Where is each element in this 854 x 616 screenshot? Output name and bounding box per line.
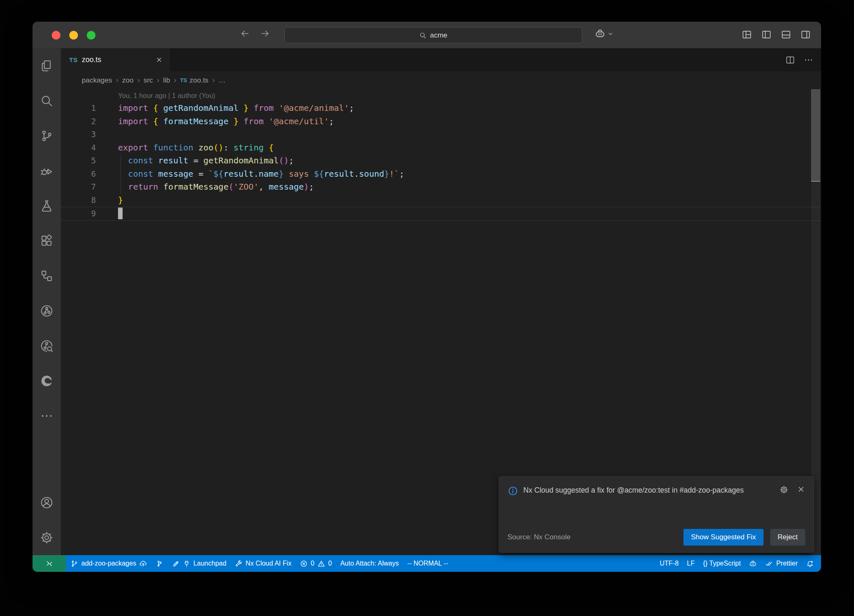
activity-item-run-and-debug[interactable]: [33, 153, 61, 188]
code-line-1[interactable]: 1import { getRandomAnimal } from '@acme/…: [61, 102, 821, 115]
graph-icon: [156, 560, 163, 568]
nx-graph-icon: [40, 304, 54, 318]
code-line-5[interactable]: 5 const result = getRandomAnimal();: [61, 154, 821, 168]
status-formatter-prettier[interactable]: Prettier: [761, 555, 801, 572]
status-remote-indicator[interactable]: [33, 555, 66, 572]
notification-source: Source: Nx Console: [507, 533, 570, 541]
minimize-window-button[interactable]: [69, 31, 78, 40]
toggle-panel-bottom-icon[interactable]: [781, 29, 791, 40]
activity-item-graph-search[interactable]: [33, 328, 61, 363]
code-line-6[interactable]: 6 const message = `${result.name} says $…: [61, 168, 821, 181]
breadcrumb-item-zoots[interactable]: TSzoo.ts: [180, 76, 208, 85]
beaker-icon: [40, 199, 54, 213]
activity-item-testing[interactable]: [33, 188, 61, 223]
status-notifications-bell[interactable]: [802, 555, 818, 572]
scrollbar-thumb[interactable]: [811, 89, 820, 182]
rocket-icon: [172, 560, 180, 568]
close-window-button[interactable]: [52, 31, 60, 40]
notification-buttons: Show Suggested Fix Reject: [683, 529, 805, 546]
breadcrumb-item-zoo[interactable]: zoo: [122, 76, 133, 85]
status-source-control-graph[interactable]: [152, 555, 167, 572]
forward-arrow-icon[interactable]: [260, 29, 270, 38]
vscode-window: acme TS zoo.ts: [33, 22, 821, 572]
back-arrow-icon[interactable]: [240, 29, 250, 38]
bell-dot-icon: [806, 560, 814, 568]
activity-item-additional-views[interactable]: [33, 398, 61, 433]
editor-actions: [785, 48, 821, 71]
indent-guide: [121, 154, 121, 194]
more-icon[interactable]: [804, 55, 814, 65]
source-control-icon: [40, 129, 54, 143]
code-line-4[interactable]: 4export function zoo(): string {: [61, 141, 821, 155]
tab-bar: TS zoo.ts: [61, 48, 821, 71]
activity-item-edge-tools[interactable]: [33, 363, 61, 398]
typescript-file-icon: TS: [69, 56, 78, 63]
copilot-menu-button[interactable]: [595, 28, 613, 39]
status-eol[interactable]: LF: [683, 555, 698, 572]
typescript-file-icon: TS: [180, 77, 187, 83]
code-line-2[interactable]: 2import { formatMessage } from '@acme/ut…: [61, 115, 821, 128]
breadcrumb-separator: ›: [116, 76, 118, 85]
more-icon: [40, 409, 54, 423]
breadcrumb-item-lib[interactable]: lib: [163, 76, 170, 85]
close-tab-icon[interactable]: [156, 56, 163, 63]
zoom-window-button[interactable]: [87, 31, 95, 40]
show-suggested-fix-button[interactable]: Show Suggested Fix: [683, 529, 764, 546]
line-number: 3: [61, 128, 96, 141]
reject-button[interactable]: Reject: [770, 529, 805, 546]
status-gitlens-launchpad[interactable]: Launchpad: [168, 555, 230, 572]
activity-item-extensions[interactable]: [33, 223, 61, 258]
breadcrumb-item-src[interactable]: src: [143, 76, 153, 85]
status-bar: add-zoo-packagesLaunchpadNx Cloud AI Fix…: [33, 555, 821, 572]
status-problems[interactable]: 00: [296, 555, 336, 572]
code-line-8[interactable]: 8}: [61, 194, 821, 207]
code-line-9[interactable]: 9: [61, 207, 821, 221]
activity-item-source-control[interactable]: [33, 118, 61, 153]
line-number: 9: [61, 207, 96, 220]
activity-item-settings[interactable]: [33, 520, 61, 555]
activity-item-explorer[interactable]: [33, 48, 61, 83]
error-icon: [300, 560, 308, 568]
breadcrumb-item-packages[interactable]: packages: [82, 76, 112, 85]
status-nx-cloud-ai-fix[interactable]: Nx Cloud AI Fix: [231, 555, 295, 572]
status-language-mode[interactable]: {} TypeScript: [699, 555, 744, 572]
edge-icon: [40, 374, 54, 388]
search-value: acme: [430, 31, 447, 40]
breadcrumb-item-[interactable]: …: [219, 76, 226, 85]
status-vim-mode[interactable]: -- NORMAL --: [403, 555, 452, 572]
activity-item-accounts[interactable]: [33, 485, 61, 520]
notification-settings-gear-icon[interactable]: [779, 485, 789, 494]
activity-item-nx-console[interactable]: [33, 258, 61, 293]
code-line-7[interactable]: 7 return formatMessage('ZOO', message);: [61, 180, 821, 194]
line-number: 8: [61, 194, 96, 207]
status-auto-attach[interactable]: Auto Attach: Always: [337, 555, 403, 572]
status-encoding[interactable]: UTF-8: [656, 555, 682, 572]
breadcrumb-separator: ›: [174, 76, 176, 85]
code-line-3[interactable]: 3: [61, 128, 821, 141]
status-git-branch[interactable]: add-zoo-packages: [67, 555, 151, 572]
text-cursor: [118, 208, 123, 219]
breadcrumb-separator: ›: [157, 76, 159, 85]
nx-graph-search-icon: [40, 339, 54, 353]
activity-item-project-graph[interactable]: [33, 293, 61, 328]
toggle-panel-right-icon[interactable]: [800, 29, 811, 40]
activity-bar: [33, 48, 61, 555]
status-copilot-status[interactable]: [745, 555, 761, 572]
screen: acme TS zoo.ts: [0, 0, 854, 616]
toggle-panel-left-icon[interactable]: [761, 29, 772, 40]
copilot-icon: [749, 560, 757, 568]
references-icon: [40, 269, 54, 283]
cloud-upload-icon: [139, 560, 147, 568]
status-bar-left: add-zoo-packagesLaunchpadNx Cloud AI Fix…: [33, 555, 452, 572]
plug-icon: [183, 560, 191, 568]
activity-bar-top: [33, 48, 61, 433]
toggle-layout-icon[interactable]: [741, 29, 752, 40]
command-center-search[interactable]: acme: [284, 27, 582, 43]
activity-item-search[interactable]: [33, 83, 61, 118]
notification-footer: Source: Nx Console Show Suggested Fix Re…: [507, 529, 805, 546]
layout-controls: [741, 29, 811, 40]
notification-close-icon[interactable]: [797, 485, 805, 493]
tab-zoo-ts[interactable]: TS zoo.ts: [61, 48, 170, 71]
split-editor-icon[interactable]: [785, 55, 795, 65]
tab-label: zoo.ts: [82, 55, 101, 64]
